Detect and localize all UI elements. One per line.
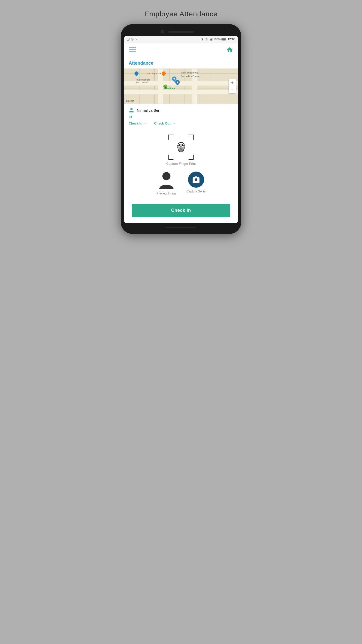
phone-camera [161, 30, 164, 33]
map-zoom-controls[interactable]: + − [229, 79, 236, 93]
top-nav [124, 43, 238, 57]
checkin-label: Check In [129, 122, 142, 125]
phone-home-indicator [166, 227, 196, 228]
battery-icon [221, 38, 227, 41]
checkout-value: -- [173, 122, 175, 125]
capture-selfie-button[interactable] [188, 172, 204, 188]
preview-person-icon [158, 172, 174, 190]
fingerprint-icon [173, 140, 189, 155]
svg-rect-7 [210, 39, 211, 41]
svg-point-1 [128, 39, 128, 39]
user-info-section: Nirmallya Sen ID Check In -- Check Out -… [124, 104, 238, 130]
fingerprint-label: Capture Finger Print [166, 162, 196, 166]
google-logo: Google [126, 100, 134, 102]
capture-selfie-item[interactable]: Capture Selfie [187, 172, 206, 193]
fp-corner-tr [189, 135, 194, 140]
svg-point-5 [202, 38, 203, 39]
checkin-row: Check In -- Check Out -- [129, 121, 233, 128]
checkin-item: Check In -- [129, 121, 147, 126]
clock-status-icon [131, 38, 134, 41]
phone-screen: 100% 12:06 Attendance [124, 36, 238, 223]
attendance-title: Attendance [129, 61, 153, 66]
map-road-h2 [124, 90, 238, 94]
fingerprint-section[interactable]: Capture Finger Print [124, 130, 238, 168]
camera-icon [192, 175, 201, 184]
svg-rect-12 [222, 38, 225, 40]
map-label-prudential: Prudential IciciAmc Limited [135, 78, 150, 84]
checkin-value: -- [145, 122, 147, 125]
preview-image-label: Preview Image [156, 192, 176, 195]
user-name-row: Nirmallya Sen [129, 107, 233, 113]
map-label-wb2: Secondary Educati [181, 75, 200, 77]
zoom-in-button[interactable]: + [229, 79, 236, 86]
map-label-wb1: West Bengal Boar [181, 71, 199, 74]
user-id-label: ID [129, 115, 132, 119]
map-pin-blue2-inner [177, 82, 178, 83]
status-bar: 100% 12:06 [124, 36, 238, 43]
section-title-bar: Attendance [124, 57, 238, 69]
checkin-button-section: Check In [124, 199, 238, 223]
svg-rect-6 [210, 39, 210, 41]
svg-rect-8 [211, 38, 212, 41]
home-nav-icon[interactable] [226, 46, 233, 53]
phone-device: 100% 12:06 Attendance [121, 24, 241, 234]
checkout-item: Check Out -- [154, 121, 175, 126]
time-display: 12:06 [228, 37, 235, 41]
phone-speaker [168, 31, 194, 33]
svg-rect-11 [226, 39, 226, 40]
user-avatar-icon [129, 107, 134, 113]
status-right-icons: 100% 12:06 [201, 37, 235, 41]
image-status-icon [127, 38, 130, 41]
fingerprint-frame[interactable] [168, 135, 194, 160]
preview-image-item: Preview Image [156, 172, 176, 195]
check-in-button[interactable]: Check In [132, 204, 230, 217]
fp-corner-tl [168, 135, 173, 140]
wrench-status-icon [135, 38, 138, 41]
checkout-label: Check Out [154, 122, 170, 125]
page-title: Employee Attendance [144, 10, 217, 18]
zoom-out-button[interactable]: − [229, 86, 236, 93]
user-id-row: ID [129, 114, 233, 119]
map-area[interactable]: Barbeque Nation Prudential IciciAmc Limi… [124, 69, 238, 104]
fp-corner-bl [168, 155, 173, 160]
svg-point-16 [162, 172, 170, 180]
signal-status-icon [209, 38, 212, 41]
user-name-text: Nirmallya Sen [137, 108, 160, 112]
map-tree-icon: 🌳 [163, 84, 168, 89]
phone-top-bar [124, 29, 238, 36]
map-pin-blue1-inner [173, 78, 175, 79]
phone-bottom-bar [124, 223, 238, 229]
selfie-section: Preview Image Capture Selfie [124, 168, 238, 199]
capture-selfie-label: Capture Selfie [187, 190, 206, 193]
wifi-status-icon [205, 38, 208, 41]
status-left-icons [127, 38, 138, 41]
battery-text: 100% [213, 38, 220, 41]
svg-rect-9 [212, 38, 212, 41]
hamburger-icon[interactable] [129, 47, 136, 53]
location-status-icon [201, 38, 204, 41]
fp-corner-br [189, 155, 194, 160]
